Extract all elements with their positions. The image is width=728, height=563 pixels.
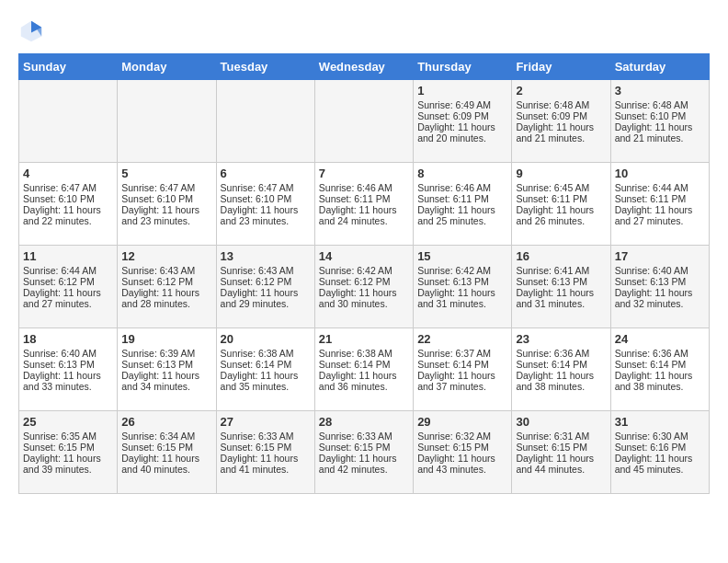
cell-content: Sunrise: 6:48 AM: [615, 99, 705, 110]
cell-content: Sunrise: 6:42 AM: [319, 265, 409, 276]
cell-content: Daylight: 11 hours: [121, 204, 211, 215]
cell-content: Sunset: 6:11 PM: [319, 193, 409, 204]
calendar-cell: 31Sunrise: 6:30 AMSunset: 6:16 PMDayligh…: [610, 411, 709, 494]
cell-content: and 44 minutes.: [516, 464, 606, 475]
cell-content: Sunset: 6:10 PM: [615, 110, 705, 121]
cell-content: Sunset: 6:12 PM: [221, 276, 311, 287]
cell-content: Sunset: 6:11 PM: [615, 193, 705, 204]
cell-content: Sunrise: 6:40 AM: [23, 348, 113, 359]
day-number: 4: [23, 167, 113, 180]
cell-content: Sunrise: 6:30 AM: [615, 431, 705, 442]
cell-content: Sunrise: 6:44 AM: [615, 182, 705, 193]
cell-content: Daylight: 11 hours: [319, 204, 409, 215]
cell-content: Daylight: 11 hours: [615, 287, 705, 298]
calendar-cell: 18Sunrise: 6:40 AMSunset: 6:13 PMDayligh…: [19, 328, 118, 411]
cell-content: Sunrise: 6:38 AM: [221, 348, 311, 359]
calendar-cell: 12Sunrise: 6:43 AMSunset: 6:12 PMDayligh…: [118, 246, 216, 328]
week-row-5: 25Sunrise: 6:35 AMSunset: 6:15 PMDayligh…: [19, 411, 710, 494]
day-number: 3: [615, 84, 705, 98]
day-number: 6: [221, 167, 311, 180]
cell-content: Daylight: 11 hours: [417, 204, 507, 215]
cell-content: Sunset: 6:15 PM: [221, 442, 311, 453]
day-number: 2: [516, 84, 606, 98]
cell-content: Sunrise: 6:47 AM: [121, 182, 211, 193]
cell-content: and 23 minutes.: [121, 215, 211, 226]
cell-content: and 26 minutes.: [516, 215, 606, 226]
calendar-cell: 23Sunrise: 6:36 AMSunset: 6:14 PMDayligh…: [512, 328, 610, 411]
cell-content: Sunrise: 6:46 AM: [417, 182, 507, 193]
cell-content: Sunrise: 6:46 AM: [319, 182, 409, 193]
day-number: 22: [417, 332, 507, 346]
cell-content: Sunset: 6:12 PM: [319, 276, 409, 287]
cell-content: and 22 minutes.: [23, 215, 113, 226]
cell-content: Daylight: 11 hours: [121, 453, 211, 464]
cell-content: and 36 minutes.: [319, 381, 409, 392]
day-number: 12: [121, 249, 211, 263]
cell-content: Sunrise: 6:48 AM: [516, 99, 606, 110]
cell-content: Sunset: 6:14 PM: [615, 359, 705, 370]
cell-content: Daylight: 11 hours: [121, 370, 211, 381]
calendar-cell: [118, 80, 216, 163]
day-number: 9: [516, 167, 606, 180]
day-number: 28: [319, 415, 409, 429]
cell-content: and 27 minutes.: [23, 298, 113, 309]
cell-content: Daylight: 11 hours: [417, 121, 507, 132]
calendar-cell: 13Sunrise: 6:43 AMSunset: 6:12 PMDayligh…: [216, 246, 314, 328]
cell-content: and 29 minutes.: [221, 298, 311, 309]
calendar-cell: [314, 80, 413, 163]
day-number: 8: [417, 167, 507, 180]
cell-content: and 27 minutes.: [615, 215, 705, 226]
cell-content: Daylight: 11 hours: [319, 287, 409, 298]
cell-content: Sunset: 6:13 PM: [615, 276, 705, 287]
day-number: 1: [417, 84, 507, 98]
cell-content: Sunrise: 6:34 AM: [121, 431, 211, 442]
calendar-table: SundayMondayTuesdayWednesdayThursdayFrid…: [18, 53, 710, 494]
cell-content: Sunrise: 6:36 AM: [516, 348, 606, 359]
day-number: 11: [23, 249, 113, 263]
cell-content: Daylight: 11 hours: [516, 287, 606, 298]
cell-content: Daylight: 11 hours: [23, 370, 113, 381]
day-number: 29: [417, 415, 507, 429]
cell-content: Sunset: 6:15 PM: [319, 442, 409, 453]
day-number: 30: [516, 415, 606, 429]
calendar-cell: 2Sunrise: 6:48 AMSunset: 6:09 PMDaylight…: [512, 80, 610, 163]
cell-content: Sunset: 6:11 PM: [516, 193, 606, 204]
calendar-cell: [19, 80, 118, 163]
day-number: 18: [23, 332, 113, 346]
day-number: 5: [121, 167, 211, 180]
cell-content: Sunset: 6:15 PM: [516, 442, 606, 453]
cell-content: and 37 minutes.: [417, 381, 507, 392]
day-number: 31: [615, 415, 705, 429]
cell-content: Sunrise: 6:32 AM: [417, 431, 507, 442]
cell-content: Sunrise: 6:33 AM: [221, 431, 311, 442]
cell-content: and 25 minutes.: [417, 215, 507, 226]
calendar-cell: 25Sunrise: 6:35 AMSunset: 6:15 PMDayligh…: [19, 411, 118, 494]
calendar-cell: 20Sunrise: 6:38 AMSunset: 6:14 PMDayligh…: [216, 328, 314, 411]
calendar-cell: 19Sunrise: 6:39 AMSunset: 6:13 PMDayligh…: [118, 328, 216, 411]
cell-content: Sunset: 6:14 PM: [319, 359, 409, 370]
calendar-cell: 9Sunrise: 6:45 AMSunset: 6:11 PMDaylight…: [512, 163, 610, 246]
cell-content: Sunset: 6:09 PM: [516, 110, 606, 121]
cell-content: Sunrise: 6:40 AM: [615, 265, 705, 276]
day-number: 26: [121, 415, 211, 429]
calendar-cell: 1Sunrise: 6:49 AMSunset: 6:09 PMDaylight…: [414, 80, 512, 163]
cell-content: Sunset: 6:14 PM: [221, 359, 311, 370]
day-number: 14: [319, 249, 409, 263]
calendar-cell: 17Sunrise: 6:40 AMSunset: 6:13 PMDayligh…: [610, 246, 709, 328]
cell-content: and 45 minutes.: [615, 464, 705, 475]
cell-content: Daylight: 11 hours: [23, 204, 113, 215]
cell-content: Daylight: 11 hours: [516, 453, 606, 464]
day-header-saturday: Saturday: [610, 54, 709, 80]
cell-content: Daylight: 11 hours: [221, 287, 311, 298]
cell-content: and 20 minutes.: [417, 132, 507, 144]
cell-content: Daylight: 11 hours: [221, 453, 311, 464]
calendar-cell: [216, 80, 314, 163]
calendar-cell: 30Sunrise: 6:31 AMSunset: 6:15 PMDayligh…: [512, 411, 610, 494]
cell-content: Daylight: 11 hours: [221, 204, 311, 215]
cell-content: Sunset: 6:15 PM: [121, 442, 211, 453]
calendar-cell: 14Sunrise: 6:42 AMSunset: 6:12 PMDayligh…: [314, 246, 413, 328]
day-number: 17: [615, 249, 705, 263]
calendar-cell: 8Sunrise: 6:46 AMSunset: 6:11 PMDaylight…: [414, 163, 512, 246]
day-number: 20: [221, 332, 311, 346]
cell-content: Sunset: 6:15 PM: [417, 442, 507, 453]
